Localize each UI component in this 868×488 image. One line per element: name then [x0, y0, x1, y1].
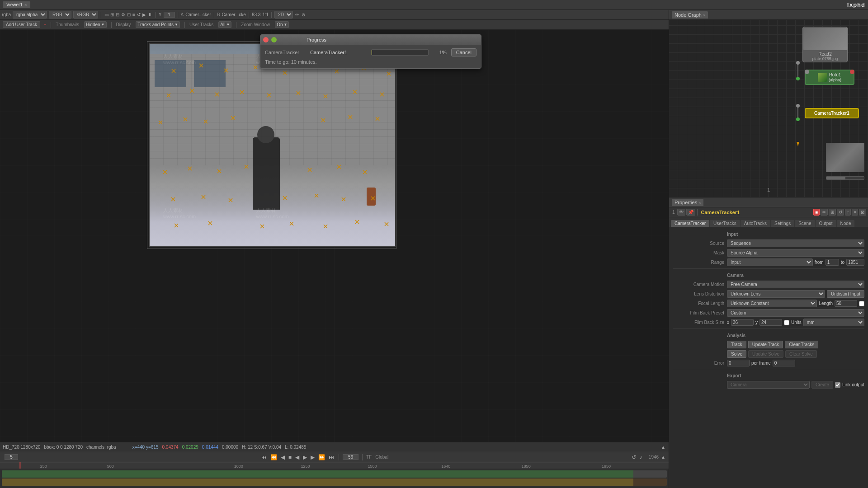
node-graph-tab[interactable]: Node Graph ×: [672, 11, 708, 19]
film-back-link-checkbox[interactable]: [784, 320, 789, 325]
transport-next-key[interactable]: ⏩: [317, 454, 326, 461]
viewer-tab[interactable]: Viewer1 ×: [3, 1, 30, 8]
film-back-units-dropdown[interactable]: mm: [803, 319, 864, 326]
node-graph-content[interactable]: Read2 plate 0755.jpg Roto1 (alpha): [669, 20, 868, 197]
range-dropdown[interactable]: Input: [727, 258, 813, 266]
icon-wipe[interactable]: ⊘: [301, 12, 306, 18]
range-to-input[interactable]: [846, 259, 864, 266]
roto-error-dot: [850, 70, 854, 74]
properties-tab[interactable]: Properties ×: [672, 199, 703, 206]
film-back-y-input[interactable]: [760, 319, 782, 326]
range-from-input[interactable]: [826, 259, 839, 266]
props-arrow-icon[interactable]: ↑: [845, 209, 851, 216]
zoom-window-dropdown[interactable]: On ▼: [275, 21, 289, 28]
props-pin-icon[interactable]: 📌: [686, 209, 695, 216]
track-button[interactable]: Track: [727, 341, 746, 348]
timeline-expand-icon[interactable]: ▲: [660, 454, 666, 460]
status-expand-icon[interactable]: ▲: [660, 444, 666, 450]
transport-play-fwd[interactable]: ▶: [302, 454, 308, 461]
transport-prev-key[interactable]: ⏪: [269, 454, 278, 461]
icon-grid[interactable]: ⊟: [115, 12, 120, 18]
read-node[interactable]: Read2 plate 0755.jpg: [802, 27, 848, 62]
focal-length-dropdown[interactable]: Unknown Constant: [727, 300, 817, 307]
camera-motion-dropdown[interactable]: Free Camera: [727, 281, 864, 288]
tab-camera-tracker[interactable]: CameraTracker: [671, 220, 709, 227]
tab-node[interactable]: Node: [837, 220, 855, 227]
transport-prev-frame[interactable]: ◀: [280, 454, 286, 461]
frame-start-input[interactable]: [5, 454, 18, 460]
timeline-ruler[interactable]: 250 500 1000 1250 1500 1640 1850 1950: [0, 462, 669, 488]
thumbnails-dropdown[interactable]: Hidden ▼: [84, 21, 107, 28]
add-user-track-button[interactable]: Add User Track: [3, 21, 40, 28]
audio-icon[interactable]: ♪: [639, 454, 643, 461]
transport-next-frame[interactable]: ▶: [310, 454, 316, 461]
update-solve-button[interactable]: Update Solve: [748, 350, 783, 358]
props-refresh-icon[interactable]: ↺: [837, 209, 844, 216]
props-x-icon[interactable]: ×: [852, 209, 858, 216]
error-control: per frame: [727, 360, 864, 366]
tab-auto-tracks[interactable]: AutoTracks: [741, 220, 770, 227]
tab-scene[interactable]: Scene: [795, 220, 815, 227]
display-dropdown[interactable]: Tracks and Points ▼: [136, 21, 180, 28]
props-edit-icon[interactable]: ✏: [821, 209, 828, 216]
mini-viewer-slider[interactable]: [826, 176, 864, 180]
mode-2d-dropdown[interactable]: 2D: [274, 11, 293, 19]
properties-close[interactable]: ×: [698, 201, 701, 205]
clear-solve-button[interactable]: Clear Solve: [785, 350, 817, 358]
icon-crop[interactable]: ⊡: [127, 12, 131, 18]
tab-output[interactable]: Output: [816, 220, 836, 227]
camera-tracker-node[interactable]: CameraTracker1: [805, 108, 859, 118]
icon-loop[interactable]: ↺: [137, 12, 141, 18]
clear-tracks-button[interactable]: Clear Tracks: [785, 341, 818, 348]
icon-brush[interactable]: ✏: [295, 12, 299, 18]
solve-button[interactable]: Solve: [727, 350, 746, 358]
film-back-x-input[interactable]: [731, 319, 754, 326]
cancel-button[interactable]: Cancel: [451, 48, 476, 56]
per-frame-input[interactable]: [773, 360, 795, 366]
y-value-input[interactable]: [164, 12, 175, 18]
node-graph-tab-close[interactable]: ×: [703, 13, 705, 18]
mask-dropdown[interactable]: Source Alpha: [727, 249, 864, 257]
tab-user-tracks[interactable]: UserTracks: [710, 220, 740, 227]
icon-compare[interactable]: ≡: [132, 12, 136, 18]
icon-zoom[interactable]: ⊞: [110, 12, 114, 18]
viewer-tab-close[interactable]: ×: [24, 3, 27, 7]
undistort-input-button[interactable]: Undistort Input: [827, 290, 864, 298]
create-button[interactable]: Create: [811, 381, 833, 389]
transport-play-back[interactable]: ◀: [294, 454, 300, 461]
camera-export-dropdown[interactable]: Camera: [727, 381, 810, 389]
update-track-button[interactable]: Update Track: [748, 341, 783, 348]
props-color-icon[interactable]: ■: [813, 209, 820, 216]
loop-icon[interactable]: ↺: [631, 454, 637, 461]
error-input[interactable]: [727, 360, 750, 366]
tab-settings[interactable]: Settings: [771, 220, 794, 227]
source-dropdown[interactable]: Sequence: [727, 239, 864, 247]
color-dropdown[interactable]: RGB: [49, 11, 71, 19]
track-fill-1: [2, 470, 633, 478]
props-eye-icon[interactable]: 👁: [677, 209, 685, 216]
lens-distortion-dropdown[interactable]: Unknown Lens: [727, 290, 825, 298]
props-copy-icon[interactable]: ⊞: [829, 209, 836, 216]
user-tracks-dropdown[interactable]: All ▼: [218, 21, 231, 28]
roto-node[interactable]: Roto1 (alpha): [805, 70, 854, 85]
transport-to-start[interactable]: ⏮: [260, 454, 268, 461]
icon-rect[interactable]: ▭: [104, 12, 109, 18]
props-tabs: CameraTracker UserTracks AutoTracks Sett…: [669, 217, 868, 227]
dialog-close-button[interactable]: [263, 37, 269, 42]
dialog-min-button[interactable]: [271, 37, 277, 42]
icon-settings[interactable]: ⚙: [121, 12, 126, 18]
props-titlebar: Properties ×: [669, 197, 868, 207]
props-close2-icon[interactable]: ⊠: [859, 209, 866, 216]
length-input[interactable]: [835, 300, 857, 307]
current-frame-input[interactable]: [343, 454, 359, 460]
link-output-checkbox[interactable]: [835, 382, 840, 388]
film-back-preset-dropdown[interactable]: Custom: [727, 309, 864, 317]
transport-to-end[interactable]: ⏭: [328, 454, 335, 461]
alpha-dropdown[interactable]: rgba.alpha: [13, 11, 47, 19]
transport-stop[interactable]: ■: [288, 454, 292, 461]
gamma-dropdown[interactable]: sRGB: [73, 11, 98, 19]
node-graph-frame-indicator: 1: [767, 187, 770, 192]
icon-play[interactable]: ▶: [142, 12, 146, 18]
focal-length-checkbox[interactable]: [859, 301, 864, 306]
icon-pause[interactable]: ⏸: [147, 12, 153, 18]
